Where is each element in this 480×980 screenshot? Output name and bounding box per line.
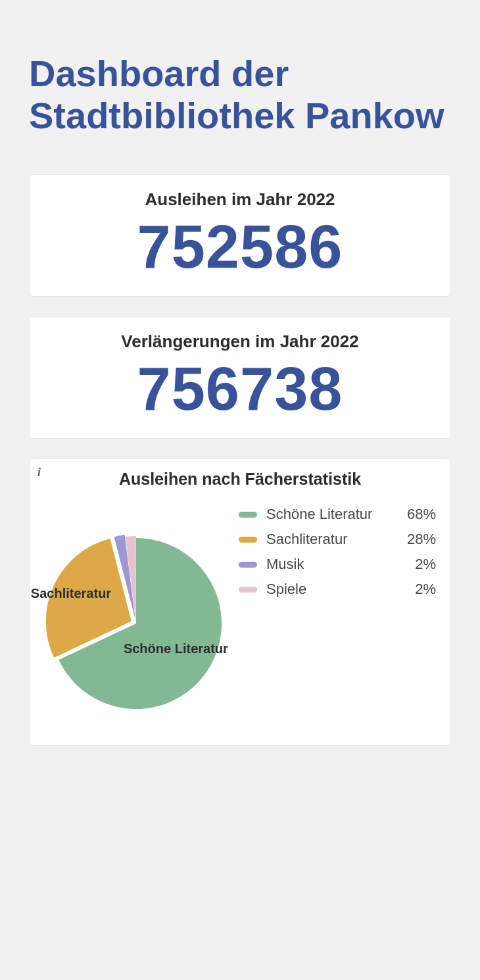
stat-card-value: 752586 bbox=[44, 214, 436, 280]
legend-percent: 2% bbox=[399, 556, 436, 573]
legend-name: Musik bbox=[266, 556, 399, 573]
chart-title: Ausleihen nach Fächerstatistik bbox=[44, 467, 436, 489]
legend-item[interactable]: Spiele2% bbox=[239, 581, 436, 598]
pie-chart: Schöne LiteraturSachliteratur bbox=[44, 502, 228, 719]
legend-swatch bbox=[239, 587, 257, 593]
stat-card-ausleihen: Ausleihen im Jahr 2022 752586 bbox=[29, 174, 451, 297]
legend-name: Spiele bbox=[266, 581, 399, 598]
legend-swatch bbox=[239, 512, 257, 518]
stat-card-label: Ausleihen im Jahr 2022 bbox=[44, 189, 436, 210]
legend-swatch bbox=[239, 537, 257, 543]
legend-name: Sachliteratur bbox=[266, 531, 399, 548]
legend-percent: 2% bbox=[399, 581, 436, 598]
chart-legend: Schöne Literatur68%Sachliteratur28%Musik… bbox=[228, 502, 436, 606]
legend-item[interactable]: Musik2% bbox=[239, 556, 436, 573]
page-title: Dashboard der Stadtbibliothek Pankow bbox=[29, 53, 451, 137]
legend-percent: 28% bbox=[399, 531, 436, 548]
stat-card-verlaengerungen: Verlängerungen im Jahr 2022 756738 bbox=[29, 316, 451, 439]
legend-item[interactable]: Schöne Literatur68% bbox=[239, 506, 436, 523]
legend-name: Schöne Literatur bbox=[266, 506, 399, 523]
info-icon[interactable]: i bbox=[37, 466, 41, 479]
stat-card-label: Verlängerungen im Jahr 2022 bbox=[44, 331, 436, 352]
legend-percent: 68% bbox=[399, 506, 436, 523]
stat-card-value: 756738 bbox=[44, 356, 436, 422]
legend-item[interactable]: Sachliteratur28% bbox=[239, 531, 436, 548]
chart-card-faecherstatistik: i Ausleihen nach Fächerstatistik Schöne … bbox=[29, 458, 451, 746]
legend-swatch bbox=[239, 562, 257, 568]
